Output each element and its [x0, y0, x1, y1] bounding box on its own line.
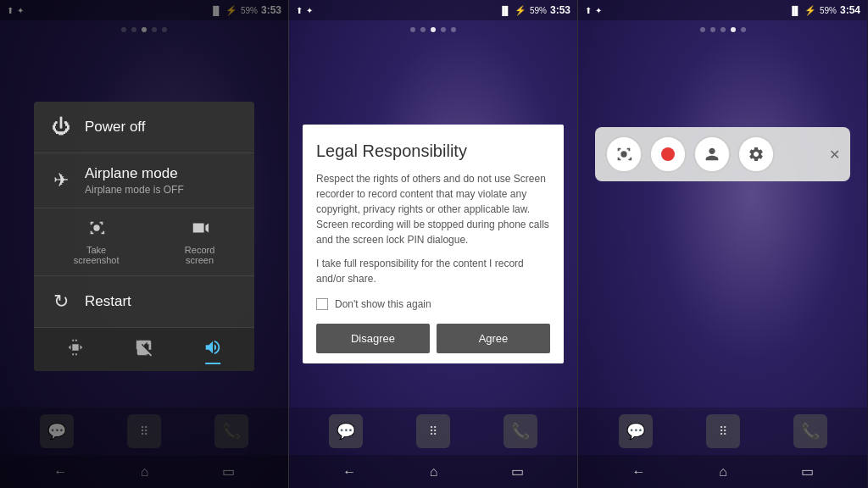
legal-dialog: Legal Responsibility Respect the rights …: [303, 125, 564, 363]
airplane-icon: ✈: [47, 167, 75, 194]
dot3-2: [710, 27, 715, 32]
airplane-mode-item[interactable]: ✈ Airplane mode Airplane mode is OFF: [34, 153, 254, 208]
airplane-content: Airplane mode Airplane mode is OFF: [85, 165, 241, 196]
screenshot-label: Takescreenshot: [74, 245, 120, 265]
settings-record-button[interactable]: [737, 136, 775, 173]
take-screenshot-item[interactable]: Takescreenshot: [74, 219, 120, 265]
home-button-3[interactable]: ⌂: [719, 464, 727, 480]
sound-toggle[interactable]: [203, 338, 222, 361]
back-button-3[interactable]: ←: [632, 464, 645, 480]
battery-text-3: 59%: [820, 6, 837, 15]
power-off-label: Power off: [85, 119, 241, 136]
phone-screen-2: ⬆ ✦ ▐▌ ⚡ 59% 3:53 Legal Responsibility R…: [289, 0, 578, 488]
dialog-body-2: I take full responsibility for the conte…: [316, 256, 550, 286]
recents-button-3[interactable]: ▭: [801, 463, 814, 480]
power-off-icon: ⏻: [47, 114, 75, 141]
dock-3: 💬 ⠿ 📞: [578, 408, 867, 455]
usb-icon-3: ⬆: [585, 6, 592, 15]
dont-show-label: Don't show this again: [335, 298, 431, 310]
vibrate-toggle[interactable]: [66, 338, 85, 361]
restart-label: Restart: [85, 293, 241, 310]
record-button[interactable]: [649, 136, 687, 173]
phone-screen-1: ⬆ ✦ ▐▌ ⚡ 59% 3:53 ⏻ Power off ✈: [0, 0, 289, 488]
dialog-buttons: Disagree Agree: [316, 324, 550, 353]
restart-icon: ↻: [47, 288, 75, 315]
charging-icon-3: ⚡: [804, 5, 816, 16]
power-off-item[interactable]: ⏻ Power off: [34, 102, 254, 153]
disagree-button[interactable]: Disagree: [316, 324, 430, 353]
phone-dock-icon-3[interactable]: 📞: [793, 414, 827, 448]
dot3-5: [741, 27, 746, 32]
dot3-3: [721, 27, 726, 32]
dot3-1: [700, 27, 705, 32]
phone-screen-3: ⬆ ✦ ▐▌ ⚡ 59% 3:54: [578, 0, 867, 488]
recording-controls-bar: ✕: [595, 127, 850, 181]
status-icons-left-3: ⬆ ✦: [585, 6, 602, 15]
dialog-body-1: Respect the rights of others and do not …: [316, 171, 550, 247]
status-right-3: ▐▌ ⚡ 59% 3:54: [789, 4, 860, 16]
record-label: Recordscreen: [185, 245, 214, 265]
airplane-label: Airplane mode: [85, 165, 241, 182]
dialog-body: Respect the rights of others and do not …: [316, 171, 550, 286]
messages-dock-icon-3[interactable]: 💬: [619, 414, 653, 448]
dot3-4: [731, 27, 736, 32]
dialog-overlay: Legal Responsibility Respect the rights …: [289, 0, 577, 488]
airplane-subtitle: Airplane mode is OFF: [85, 184, 241, 196]
record-icon: [191, 219, 209, 241]
record-dot: [661, 147, 675, 161]
status-bar-3: ⬆ ✦ ▐▌ ⚡ 59% 3:54: [578, 0, 867, 20]
agree-button[interactable]: Agree: [437, 324, 550, 353]
bottom-nav-3: 💬 ⠿ 📞 ← ⌂ ▭: [578, 408, 867, 488]
quick-settings-bar: [34, 328, 254, 371]
dialog-title: Legal Responsibility: [316, 141, 550, 161]
silent-toggle[interactable]: [135, 338, 153, 361]
power-menu: ⏻ Power off ✈ Airplane mode Airplane mod…: [34, 102, 254, 371]
screenshot-record-row: Takescreenshot Recordscreen: [34, 208, 254, 276]
recording-close-button[interactable]: ✕: [829, 147, 840, 163]
checkbox-row[interactable]: Don't show this again: [316, 298, 550, 310]
nav-bar-3: ← ⌂ ▭: [578, 455, 867, 488]
power-off-content: Power off: [85, 119, 241, 136]
signal-icon-3: ▐▌: [789, 6, 801, 15]
restart-item[interactable]: ↻ Restart: [34, 276, 254, 328]
status-time-3: 3:54: [840, 4, 860, 16]
camera-button[interactable]: [693, 136, 731, 173]
apps-dock-icon-3[interactable]: ⠿: [706, 414, 740, 448]
screenshot-record-button[interactable]: [605, 136, 643, 173]
page-dots-3: [578, 20, 867, 39]
android-icon-3: ✦: [595, 6, 602, 15]
dont-show-checkbox[interactable]: [316, 298, 328, 310]
restart-content: Restart: [85, 293, 241, 310]
screenshot-icon: [87, 219, 106, 241]
record-screen-item[interactable]: Recordscreen: [185, 219, 214, 265]
